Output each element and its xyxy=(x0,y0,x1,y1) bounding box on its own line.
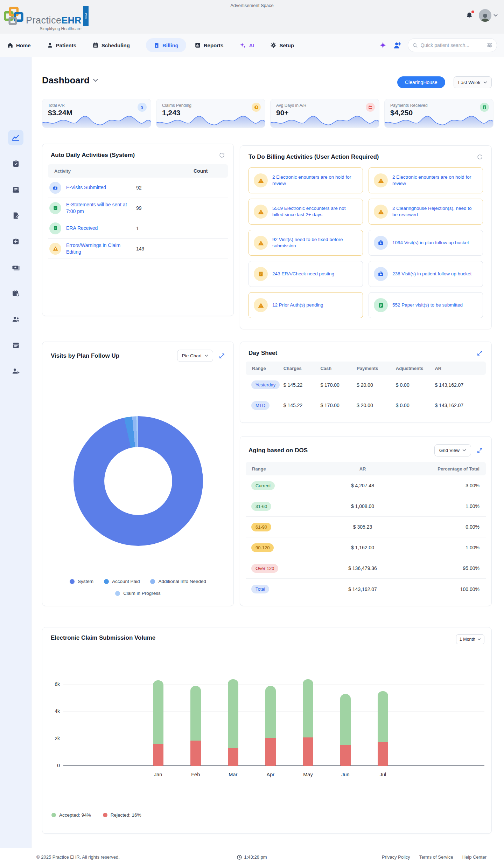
clearinghouse-button[interactable]: ClearingHouse xyxy=(397,76,445,88)
activity-row[interactable]: Errors/Warnings in Claim Editing 149 xyxy=(48,239,228,259)
todo-grid: 2 Electronic enounters are on hold for r… xyxy=(248,167,483,318)
todo-link[interactable]: 2 Electronic enounters are on hold for r… xyxy=(272,174,358,187)
legend-item-additional-info[interactable]: Additional Info Needed xyxy=(150,579,206,584)
nav-item-home[interactable]: Home xyxy=(7,42,31,48)
todo-tile[interactable]: 236 Visit(s) in patient follow up bucket xyxy=(369,261,483,287)
expand-icon[interactable] xyxy=(477,447,483,454)
warning-icon xyxy=(254,205,268,219)
visits-donut[interactable] xyxy=(74,416,203,546)
chart-type-select[interactable]: Pie Chart xyxy=(177,350,213,362)
nav-item-scheduling[interactable]: Scheduling xyxy=(92,42,130,48)
sidebar-item-charge-capture[interactable] xyxy=(8,234,23,249)
logo-crosses-icon xyxy=(4,6,24,28)
sidebar-item-statements[interactable] xyxy=(8,182,23,197)
sidebar-item-recurring[interactable] xyxy=(8,286,23,301)
activity-link[interactable]: ERA Received xyxy=(66,225,136,231)
user-menu[interactable] xyxy=(479,9,498,22)
todo-tile[interactable]: 5519 Electronic encounters are not bille… xyxy=(248,199,363,225)
todo-link[interactable]: 1094 Visit(s) in plan follow up bucket xyxy=(392,240,469,246)
legend-item-claim-in-progress[interactable]: Claim in Progress xyxy=(115,591,161,596)
range-badge[interactable]: MTD xyxy=(251,401,270,410)
table-header: Range AR Percentage of Total xyxy=(246,462,486,475)
refresh-icon[interactable] xyxy=(477,154,483,160)
legend-item-system[interactable]: System xyxy=(70,579,93,584)
chevron-down-icon xyxy=(477,638,481,640)
add-patient-icon[interactable] xyxy=(393,41,401,49)
column-count: Count xyxy=(194,168,218,174)
sidebar-item-tasks[interactable] xyxy=(8,156,23,171)
stat-card-total-ar[interactable]: Total A/R $3.24M $ xyxy=(42,99,151,128)
todo-link[interactable]: 2 Clearinghouse Rejection(s), need to be… xyxy=(392,205,478,218)
activity-link[interactable]: E-Visits Submitted xyxy=(66,184,136,191)
search-input[interactable] xyxy=(421,42,484,48)
activity-link[interactable]: Errors/Warnings in Claim Editing xyxy=(66,242,136,255)
nav-item-setup[interactable]: Setup xyxy=(270,42,294,48)
nav-item-billing[interactable]: $ Billing xyxy=(146,38,186,52)
todo-tile[interactable]: 243 ERA/Check need posting xyxy=(248,261,363,287)
todo-link[interactable]: 92 Visit(s) need to be fixed before subm… xyxy=(272,236,358,249)
user-avatar[interactable] xyxy=(479,9,491,22)
sparkline-chart xyxy=(156,113,265,128)
activity-row[interactable]: ERA Received 1 xyxy=(48,218,228,239)
page-title: Dashboard xyxy=(42,75,90,86)
receipt-icon: $ xyxy=(480,103,489,112)
donut-hole xyxy=(104,447,172,515)
activity-row[interactable]: E-Visits Submitted 92 xyxy=(48,178,228,198)
todo-billing-card: To Do Billing Activities (User Action Re… xyxy=(240,145,492,329)
calendar-refresh-icon xyxy=(12,289,20,297)
stacked-bar-may xyxy=(303,679,313,766)
sidebar-item-claim-editing[interactable] xyxy=(8,208,23,223)
todo-link[interactable]: 552 Paper visit(s) to be submitted xyxy=(392,302,463,308)
title-chevron-icon[interactable] xyxy=(93,79,98,82)
activity-link[interactable]: E-Statements will be sent at 7:00 pm xyxy=(66,201,136,214)
expand-icon[interactable] xyxy=(219,353,225,359)
todo-link[interactable]: 5519 Electronic encounters are not bille… xyxy=(272,205,358,218)
todo-link[interactable]: 243 ERA/Check need posting xyxy=(272,271,334,277)
todo-link[interactable]: 12 Prior Auth(s) pending xyxy=(272,302,323,308)
date-range-button[interactable]: Last Week xyxy=(454,76,492,88)
todo-tile[interactable]: 92 Visit(s) need to be fixed before subm… xyxy=(248,230,363,256)
bar-segment-rejected xyxy=(228,748,238,766)
bar-chart-icon xyxy=(195,42,201,48)
todo-tile[interactable]: 552 Paper visit(s) to be submitted xyxy=(369,292,483,318)
nav-item-reports[interactable]: Reports xyxy=(195,42,224,48)
expand-icon[interactable] xyxy=(477,350,483,356)
todo-link[interactable]: 2 Electronic enounters are on hold for r… xyxy=(392,174,478,187)
activity-row[interactable]: E-Statements will be sent at 7:00 pm 99 xyxy=(48,198,228,218)
bar-segment-accepted xyxy=(265,686,276,738)
sidebar-item-payments[interactable] xyxy=(8,260,23,275)
todo-tile[interactable]: 2 Clearinghouse Rejection(s), need to be… xyxy=(369,199,483,225)
footer-link-terms[interactable]: Terms of Service xyxy=(419,854,453,860)
todo-tile[interactable]: 2 Electronic enounters are on hold for r… xyxy=(369,167,483,193)
todo-tile[interactable]: 2 Electronic enounters are on hold for r… xyxy=(248,167,363,193)
sidebar-item-user-settings[interactable] xyxy=(8,363,23,379)
ai-sparkle-icon[interactable] xyxy=(379,41,387,49)
footer-link-help[interactable]: Help Center xyxy=(462,854,486,860)
logo-ehr: EHR xyxy=(62,15,82,26)
stat-card-avg-days-ar[interactable]: Avg Days in A/R 90+ xyxy=(270,99,379,128)
range-badge[interactable]: Yesterday xyxy=(251,380,280,389)
todo-tile[interactable]: 1094 Visit(s) in plan follow up bucket xyxy=(369,230,483,256)
stat-card-claims-pending[interactable]: Claims Pending 1,243 xyxy=(156,99,265,128)
table-row: 61-90 $ 305.23 0.00% xyxy=(246,517,486,537)
brand-logo[interactable]: Practice EHR PRO Simplifying Healthcare xyxy=(4,6,89,31)
sidebar-item-schedule[interactable] xyxy=(8,337,23,353)
todo-tile[interactable]: 12 Prior Auth(s) pending xyxy=(248,292,363,318)
aging-dos-card: Aging based on DOS Grid View Range AR Pe… xyxy=(240,436,492,606)
period-select[interactable]: 1 Month xyxy=(456,634,484,644)
legend-item-account-paid[interactable]: Account Paid xyxy=(104,579,140,584)
todo-link[interactable]: 236 Visit(s) in patient follow up bucket xyxy=(392,271,471,277)
footer-link-privacy[interactable]: Privacy Policy xyxy=(382,854,410,860)
nav-item-ai[interactable]: AI xyxy=(239,42,254,49)
bar-segment-accepted xyxy=(378,691,388,742)
view-select[interactable]: Grid View xyxy=(434,444,471,456)
filter-sliders-icon[interactable] xyxy=(487,42,492,48)
stat-card-payments-received[interactable]: Payments Received $4,250 $ xyxy=(384,99,493,128)
refresh-icon[interactable] xyxy=(219,152,225,158)
nav-item-patients[interactable]: Patients xyxy=(47,42,76,48)
notifications-bell-icon[interactable] xyxy=(465,11,473,20)
sidebar-item-patients[interactable] xyxy=(8,311,23,327)
sidebar-item-dashboard[interactable] xyxy=(8,130,23,145)
bar-segment-accepted xyxy=(303,679,313,737)
activity-count: 149 xyxy=(136,246,161,252)
